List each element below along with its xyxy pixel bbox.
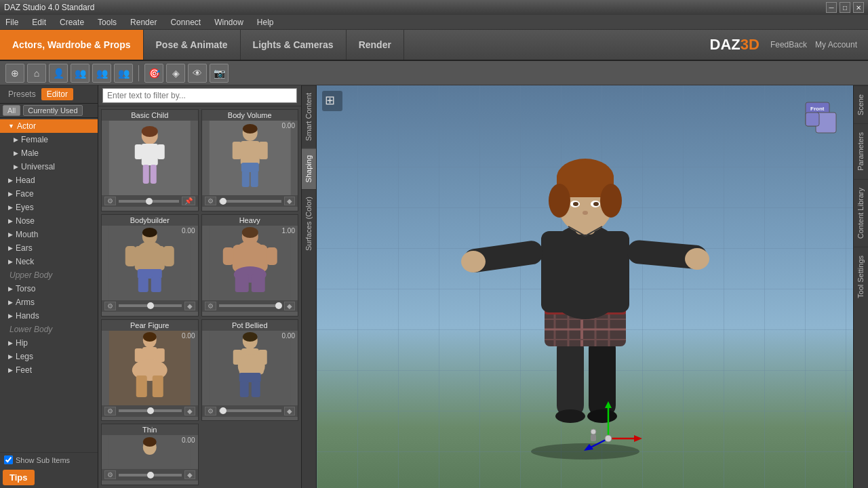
- toolbar-btn-7[interactable]: 🎯: [144, 64, 163, 83]
- menu-edit[interactable]: Edit: [29, 16, 49, 28]
- menu-window[interactable]: Window: [212, 16, 246, 28]
- close-button[interactable]: ✕: [853, 2, 864, 13]
- tree-item-hip[interactable]: ▶ Hip: [0, 336, 98, 350]
- svg-marker-100: [634, 435, 642, 442]
- card-pin-thin[interactable]: ◆: [184, 470, 195, 479]
- tree-item-torso[interactable]: ▶ Torso: [0, 282, 98, 296]
- panel-tool-settings[interactable]: Tool Settings: [854, 247, 868, 306]
- card-pin-basic-child[interactable]: 📌: [182, 197, 195, 205]
- tree-item-male[interactable]: ▶ Male: [0, 146, 98, 160]
- card-settings-pear[interactable]: ⚙: [104, 407, 116, 415]
- card-slider-bodybuilder[interactable]: [119, 304, 182, 307]
- toolbar-btn-9[interactable]: 👁: [188, 64, 207, 83]
- tab-actors[interactable]: Actors, Wardrobe & Props: [0, 30, 144, 60]
- panel-content-library[interactable]: Content Library: [854, 179, 868, 247]
- tree-item-arms[interactable]: ▶ Arms: [0, 296, 98, 309]
- card-settings-bodybuilder[interactable]: ⚙: [104, 302, 116, 310]
- card-slider-heavy[interactable]: [219, 304, 282, 307]
- tab-shaping[interactable]: Shaping: [302, 148, 316, 189]
- card-basic-child[interactable]: Basic Child: [101, 109, 199, 211]
- card-settings-basic-child[interactable]: ⚙: [104, 197, 116, 205]
- feedback-link[interactable]: FeedBack: [770, 40, 807, 49]
- tree-item-face[interactable]: ▶ Face: [0, 187, 98, 201]
- tree-item-neck[interactable]: ▶ Neck: [0, 255, 98, 268]
- menu-file[interactable]: File: [3, 16, 21, 28]
- tab-presets[interactable]: Presets: [3, 88, 41, 100]
- tab-pose[interactable]: Pose & Animate: [144, 30, 241, 60]
- card-slider-pear[interactable]: [119, 409, 182, 412]
- toolbar-btn-6[interactable]: 👥: [114, 64, 133, 83]
- tree-arrow-head: ▶: [8, 177, 13, 184]
- card-pin-bodybuilder[interactable]: ◆: [184, 302, 195, 310]
- transform-gizmo[interactable]: [574, 398, 642, 454]
- tree-item-hands[interactable]: ▶ Hands: [0, 309, 98, 323]
- tree-item-actor[interactable]: ▼ Actor: [0, 119, 98, 133]
- tips-button[interactable]: Tips: [3, 470, 35, 485]
- tree-item-eyes[interactable]: ▶ Eyes: [0, 201, 98, 214]
- svg-point-90: [549, 184, 570, 218]
- filter-currently-used[interactable]: Currently Used: [23, 105, 82, 116]
- card-settings-pot[interactable]: ⚙: [205, 407, 216, 415]
- menu-tools[interactable]: Tools: [95, 16, 119, 28]
- tab-editor[interactable]: Editor: [41, 88, 73, 100]
- toolbar-btn-5[interactable]: 👥: [92, 64, 111, 83]
- tree-item-head[interactable]: ▶ Head: [0, 174, 98, 187]
- tree-arrow-female: ▶: [14, 136, 18, 143]
- toolbar-btn-1[interactable]: ⊕: [5, 64, 24, 83]
- tab-render[interactable]: Render: [347, 30, 404, 60]
- toolbar-btn-4[interactable]: 👥: [71, 64, 90, 83]
- card-pin-pot[interactable]: ◆: [284, 407, 295, 415]
- card-slider-pot[interactable]: [219, 409, 282, 412]
- maximize-button[interactable]: □: [840, 2, 850, 13]
- tree-arrow-actor: ▼: [8, 123, 14, 129]
- search-input[interactable]: [102, 88, 297, 103]
- minimize-button[interactable]: ─: [826, 2, 837, 13]
- card-bodybuilder[interactable]: Bodybuilder 0.00: [101, 214, 199, 317]
- middle-panel: Basic Child: [98, 85, 302, 488]
- tree-item-female[interactable]: ▶ Female: [0, 133, 98, 146]
- svg-rect-63: [806, 113, 819, 126]
- tab-smart-content[interactable]: Smart Content: [302, 85, 316, 148]
- filter-all[interactable]: All: [3, 105, 20, 116]
- card-controls-heavy: ⚙ ◆: [202, 300, 298, 312]
- menu-help[interactable]: Help: [254, 16, 277, 28]
- tree-item-mouth[interactable]: ▶ Mouth: [0, 228, 98, 241]
- tab-surfaces[interactable]: Surfaces (Color): [302, 189, 316, 258]
- tree-item-universal[interactable]: ▶ Universal: [0, 160, 98, 174]
- card-pin-heavy[interactable]: ◆: [284, 302, 295, 310]
- card-label-body-volume: Body Volume: [202, 110, 298, 121]
- tree-item-ears[interactable]: ▶ Ears: [0, 241, 98, 255]
- card-controls-basic-child: ⚙ 📌: [102, 195, 198, 207]
- card-slider-thin[interactable]: [119, 474, 182, 476]
- show-sub-items-checkbox[interactable]: [4, 455, 13, 464]
- tree-item-legs[interactable]: ▶ Legs: [0, 350, 98, 363]
- menu-connect[interactable]: Connect: [167, 16, 203, 28]
- panel-parameters[interactable]: Parameters: [854, 123, 868, 179]
- toolbar-btn-3[interactable]: 👤: [49, 64, 68, 83]
- card-pin-body-volume[interactable]: ◆: [284, 197, 295, 205]
- tree-item-nose[interactable]: ▶ Nose: [0, 214, 98, 228]
- card-settings-heavy[interactable]: ⚙: [205, 302, 216, 310]
- toolbar-btn-8[interactable]: ◈: [166, 64, 185, 83]
- card-heavy[interactable]: Heavy 1.00: [201, 214, 299, 317]
- toolbar-btn-2[interactable]: ⌂: [27, 64, 46, 83]
- card-thin[interactable]: Thin 0.00 ⚙ ◆: [101, 424, 199, 485]
- card-pear-figure[interactable]: Pear Figure 0.00: [101, 319, 199, 422]
- card-pin-pear[interactable]: ◆: [184, 407, 195, 415]
- card-settings-thin[interactable]: ⚙: [104, 470, 116, 479]
- nav-cube[interactable]: Front: [802, 99, 840, 136]
- card-slider-basic-child[interactable]: [119, 200, 179, 203]
- card-pot-bellied[interactable]: Pot Bellied 0.00: [201, 319, 299, 422]
- account-link[interactable]: My Account: [815, 40, 857, 49]
- card-settings-body-volume[interactable]: ⚙: [205, 197, 216, 205]
- viewport[interactable]: Front: [317, 85, 853, 488]
- card-body-volume[interactable]: Body Volume 0.00: [201, 109, 299, 211]
- toolbar-btn-10[interactable]: 📷: [210, 64, 229, 83]
- card-slider-body-volume[interactable]: [219, 200, 282, 203]
- menu-create[interactable]: Create: [57, 16, 87, 28]
- panel-scene[interactable]: Scene: [854, 85, 868, 123]
- tab-lights[interactable]: Lights & Cameras: [241, 30, 347, 60]
- nav-links: FeedBack My Account: [770, 40, 857, 49]
- menu-render[interactable]: Render: [127, 16, 159, 28]
- tree-item-feet[interactable]: ▶ Feet: [0, 363, 98, 377]
